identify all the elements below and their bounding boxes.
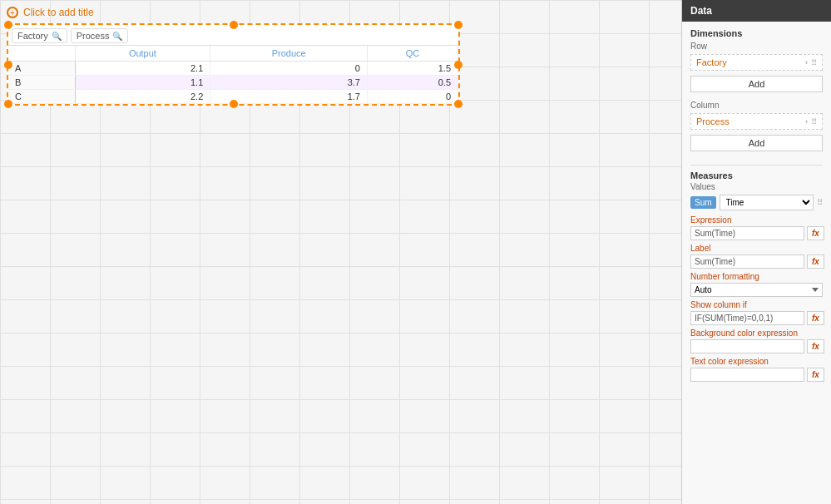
label-label: Label <box>690 244 823 253</box>
process-item-right: › ⠿ <box>805 117 817 126</box>
show-column-field-row: Show column if fx <box>690 300 823 325</box>
panel-title: Data <box>682 0 831 22</box>
text-color-input-group: fx <box>690 368 823 382</box>
panel-body: Dimensions Row Factory › ⠿ Add Column Pr… <box>682 22 831 392</box>
factory-filter[interactable]: Factory 🔍 <box>12 28 67 43</box>
text-color-label: Text color expression <box>690 357 823 366</box>
row-label-c: C <box>8 90 75 104</box>
row-b-qc: 0.5 <box>367 76 458 90</box>
row-label-a: A <box>8 62 75 76</box>
factory-drag-icon: ⠿ <box>811 58 817 67</box>
col-header-output: Output <box>75 46 210 62</box>
process-filter-label: Process <box>77 31 110 41</box>
measures-label: Measures <box>690 170 823 180</box>
dimensions-label: Dimensions <box>690 28 823 38</box>
number-formatting-select[interactable]: Auto Number Integer Percent <box>690 283 823 297</box>
label-fx-button[interactable]: fx <box>807 254 824 269</box>
process-search-icon: 🔍 <box>112 32 122 41</box>
expression-fx-button[interactable]: fx <box>807 226 824 240</box>
table-row: A 2.1 0 1.5 <box>8 62 458 76</box>
handle-rm[interactable] <box>454 61 462 69</box>
factory-dimension-item[interactable]: Factory › ⠿ <box>690 54 823 71</box>
row-b-produce: 3.7 <box>210 76 368 90</box>
show-column-label: Show column if <box>690 300 823 309</box>
text-color-input[interactable] <box>690 368 804 382</box>
row-c-output: 2.2 <box>75 90 210 104</box>
expression-field-row: Expression fx <box>690 215 823 240</box>
canvas-area: + Click to add title Factory 🔍 Process 🔍 <box>0 0 681 504</box>
pivot-container: Factory 🔍 Process 🔍 Output Produce QC <box>7 23 460 106</box>
handle-br[interactable] <box>454 100 462 108</box>
right-panel: Data Dimensions Row Factory › ⠿ Add Colu… <box>681 0 831 504</box>
bg-color-field-row: Background color expression fx <box>690 329 823 353</box>
measures-drag-icon: ⠿ <box>817 198 823 207</box>
bg-color-fx-button[interactable]: fx <box>807 339 824 353</box>
title-bar[interactable]: + Click to add title <box>7 7 94 18</box>
row-sub-label: Row <box>690 42 823 51</box>
add-row-button[interactable]: Add <box>690 76 823 92</box>
handle-bl[interactable] <box>4 100 12 108</box>
canvas-title[interactable]: Click to add title <box>23 7 94 18</box>
factory-chevron-icon: › <box>805 58 808 67</box>
process-dimension-item[interactable]: Process › ⠿ <box>690 113 823 130</box>
bg-color-label: Background color expression <box>690 329 823 338</box>
divider-1 <box>690 165 823 166</box>
label-input[interactable] <box>690 254 804 269</box>
sum-row: Sum Time Output Produce QC ⠿ <box>690 195 823 210</box>
pivot-table: Output Produce QC A 2.1 0 1.5 B 1.1 3.7 … <box>8 46 458 104</box>
process-filter[interactable]: Process 🔍 <box>71 28 129 43</box>
row-a-produce: 0 <box>210 62 368 76</box>
expression-input[interactable] <box>690 226 804 240</box>
row-c-qc: 0 <box>367 90 458 104</box>
process-chevron-icon: › <box>805 117 808 126</box>
row-label-b: B <box>8 76 75 90</box>
handle-lm[interactable] <box>4 61 12 69</box>
col-header-empty <box>8 46 75 62</box>
handle-tl[interactable] <box>4 21 12 29</box>
process-dimension-label: Process <box>696 116 730 126</box>
bg-color-input-group: fx <box>690 339 823 353</box>
handle-tm[interactable] <box>230 21 238 29</box>
table-row: B 1.1 3.7 0.5 <box>8 76 458 90</box>
factory-dimension-label: Factory <box>696 57 727 67</box>
add-title-icon: + <box>7 7 18 18</box>
row-a-qc: 1.5 <box>367 62 458 76</box>
bg-color-input[interactable] <box>690 339 804 353</box>
show-column-fx-button[interactable]: fx <box>807 311 824 325</box>
col-header-produce: Produce <box>210 46 368 62</box>
text-color-fx-button[interactable]: fx <box>807 368 824 382</box>
sum-badge: Sum <box>690 196 716 209</box>
label-input-group: fx <box>690 254 823 269</box>
show-column-input-group: fx <box>690 311 823 325</box>
expression-input-group: fx <box>690 226 823 240</box>
text-color-field-row: Text color expression fx <box>690 357 823 382</box>
add-col-button[interactable]: Add <box>690 135 823 151</box>
factory-item-right: › ⠿ <box>805 58 817 67</box>
handle-tr[interactable] <box>454 21 462 29</box>
col-header-qc: QC <box>367 46 458 62</box>
process-drag-icon: ⠿ <box>811 117 817 126</box>
expression-label: Expression <box>690 215 823 225</box>
factory-filter-label: Factory <box>17 31 48 41</box>
row-b-output: 1.1 <box>75 76 210 90</box>
row-a-output: 2.1 <box>75 62 210 76</box>
number-formatting-label: Number formatting <box>690 272 823 281</box>
factory-search-icon: 🔍 <box>52 32 62 41</box>
time-select[interactable]: Time Output Produce QC <box>720 195 814 210</box>
handle-bm[interactable] <box>230 100 238 108</box>
label-field-row: Label fx <box>690 244 823 269</box>
number-formatting-field-row: Number formatting Auto Number Integer Pe… <box>690 272 823 297</box>
values-label: Values <box>690 182 823 191</box>
show-column-input[interactable] <box>690 311 804 325</box>
col-sub-label: Column <box>690 101 823 110</box>
